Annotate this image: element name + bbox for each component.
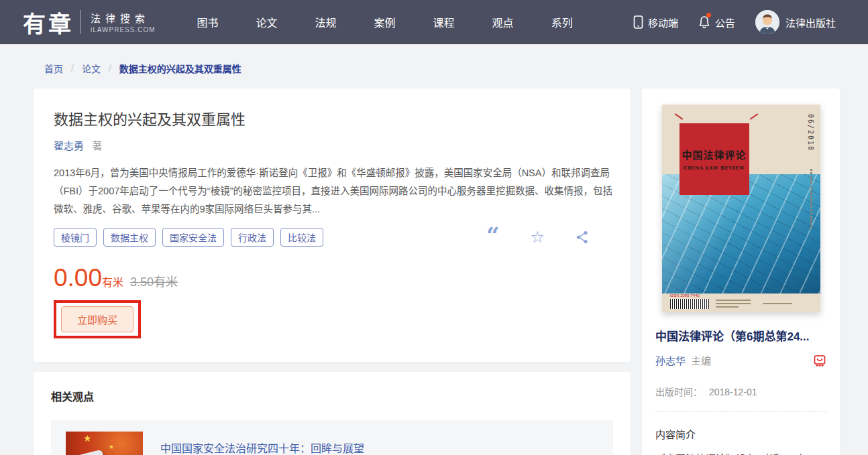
mobile-label: 移动端: [648, 15, 678, 29]
highlight-box: 立即购买: [54, 300, 141, 338]
star-decoration: ★: [109, 444, 114, 450]
cover-issn: ISSN 2095-7440: [670, 294, 700, 298]
favorite-star-icon[interactable]: ☆: [530, 231, 545, 244]
logo-divider: [80, 10, 81, 34]
tag-comparative-law[interactable]: 比较法: [280, 228, 323, 247]
journal-cover[interactable]: 中国法律评论 CHINA LAW REVIEW 06/2018 ISSN 209…: [662, 105, 820, 312]
journal-title-link[interactable]: 中国法律评论（第6期总第24...: [655, 327, 826, 344]
price-original: 3.50有米: [130, 272, 178, 289]
camera-decoration: [72, 450, 104, 455]
notice-label: 公告: [715, 15, 735, 29]
logo-brand-text: 有章: [23, 6, 74, 39]
user-label: 法律出版社: [785, 15, 836, 29]
editor-suffix: 主编: [691, 353, 711, 367]
related-opinions-card: 相关观点 ★ ★ ★ 中国国家安全法治研究四十年：回眸与展望: [34, 372, 631, 455]
journal-sidebar-card: 中国法律评论 CHINA LAW REVIEW 06/2018 ISSN 209…: [642, 88, 840, 455]
related-heading: 相关观点: [51, 388, 613, 404]
breadcrumb-separator: /: [109, 63, 111, 74]
main-nav: 图书 论文 法规 案例 课程 观点 系列: [197, 14, 573, 30]
cover-issue: 06/2018: [807, 114, 814, 151]
price-currency: 有米: [102, 273, 123, 289]
user-account[interactable]: 法律出版社: [755, 10, 836, 34]
nav-item-cases[interactable]: 案例: [374, 14, 396, 30]
breadcrumb: 首页 / 论文 / 数据主权的兴起及其双重属性: [44, 62, 241, 75]
nav-item-papers[interactable]: 论文: [256, 14, 278, 30]
publish-date: 2018-12-01: [709, 387, 757, 397]
cover-smalltext: [716, 306, 739, 308]
intro-heading: 内容简介: [655, 427, 826, 441]
cover-title: 中国法律评论: [682, 147, 746, 161]
nav-item-books[interactable]: 图书: [197, 14, 219, 30]
breadcrumb-home[interactable]: 首页: [44, 62, 63, 75]
breadcrumb-section[interactable]: 论文: [82, 62, 101, 75]
price-row: 0.00 有米 3.50有米: [54, 264, 610, 292]
intro-text: 《中国法律评论》设有“对话”、“专论”、“思想”、“判解”、“影: [655, 450, 826, 455]
publish-label: 出版时间：: [655, 387, 702, 397]
author-link[interactable]: 翟志勇: [54, 140, 84, 151]
nav-item-courses[interactable]: 课程: [433, 14, 455, 30]
tag-row: 棱镜门 数据主权 国家安全法 行政法 比较法 “ ☆: [54, 228, 610, 247]
star-decoration: ★: [83, 433, 92, 444]
nav-item-regulations[interactable]: 法规: [315, 14, 337, 30]
editor-link[interactable]: 孙志华: [655, 353, 686, 367]
cover-tick: [749, 113, 758, 120]
article-title: 数据主权的兴起及其双重属性: [54, 107, 610, 129]
logo-subtitle: 法律搜索: [91, 11, 156, 25]
action-icons: “ ☆: [486, 230, 610, 245]
breadcrumb-current: 数据主权的兴起及其双重属性: [119, 62, 241, 75]
notice-link[interactable]: 公告: [698, 15, 735, 29]
author-suffix: 著: [92, 140, 102, 151]
tag-administrative-law[interactable]: 行政法: [231, 228, 274, 247]
cover-smalltext: [716, 300, 751, 301]
bell-icon: [698, 15, 710, 29]
cover-issue-subtext: [810, 169, 812, 229]
cite-icon[interactable]: “: [486, 231, 500, 244]
tag-prism[interactable]: 棱镜门: [54, 228, 97, 247]
nav-item-opinions[interactable]: 观点: [492, 14, 514, 30]
barcode: [670, 299, 709, 309]
top-navbar: 有章 法律搜索 iLAWPRESS.COM 图书 论文 法规 案例 课程 观点 …: [0, 0, 868, 44]
tag-national-security-law[interactable]: 国家安全法: [162, 228, 224, 247]
breadcrumb-separator: /: [71, 63, 74, 74]
related-thumbnail: ★ ★ ★: [66, 432, 143, 455]
article-card: 数据主权的兴起及其双重属性 翟志勇 著 2013年6月，曾为美国中央情报局工作的…: [34, 88, 631, 362]
shop-bag-icon[interactable]: [813, 354, 826, 367]
cover-smalltext: [763, 303, 792, 304]
nav-item-series[interactable]: 系列: [551, 14, 573, 30]
tag-data-sovereignty[interactable]: 数据主权: [103, 228, 156, 247]
price-current: 0.00: [54, 264, 102, 292]
site-logo[interactable]: 有章 法律搜索 iLAWPRESS.COM: [23, 6, 156, 39]
cover-subtitle: CHINA LAW REVIEW: [684, 165, 745, 171]
related-item-title[interactable]: 中国国家安全法治研究四十年：回眸与展望: [160, 440, 364, 455]
cover-tick: [674, 113, 683, 120]
cover-red-panel: 中国法律评论 CHINA LAW REVIEW: [680, 123, 749, 195]
article-abstract: 2013年6月，曾为美国中央情报局工作的爱德华·斯诺登向《卫报》和《华盛顿邮报》…: [54, 164, 618, 218]
share-icon[interactable]: [576, 230, 589, 245]
mobile-link[interactable]: 移动端: [633, 15, 678, 29]
notification-dot: [706, 13, 711, 17]
buy-now-button[interactable]: 立即购买: [61, 306, 133, 332]
user-avatar: [755, 10, 779, 34]
phone-icon: [633, 15, 643, 29]
cover-smalltext: [716, 303, 751, 304]
list-item[interactable]: ★ ★ ★ 中国国家安全法治研究四十年：回眸与展望: [51, 420, 613, 455]
divider: [655, 411, 826, 412]
logo-domain: iLAWPRESS.COM: [91, 26, 156, 34]
